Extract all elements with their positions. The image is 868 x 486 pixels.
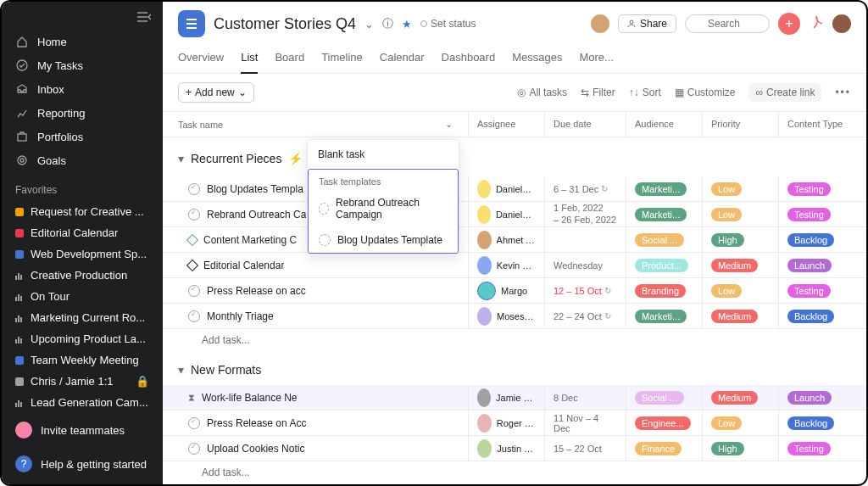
due-date-cell[interactable]: 6 – 31 Dec↻ bbox=[544, 176, 626, 201]
audience-pill[interactable]: Finance bbox=[635, 442, 682, 455]
assignee-avatar[interactable] bbox=[477, 256, 492, 275]
celebration-icon[interactable] bbox=[809, 14, 824, 34]
assignee-avatar[interactable] bbox=[477, 307, 492, 326]
tab-board[interactable]: Board bbox=[275, 46, 304, 73]
all-tasks-filter[interactable]: ◎All tasks bbox=[517, 87, 567, 98]
task-row[interactable]: Press Release on acc Margo 12 – 15 Oct↻ … bbox=[163, 278, 866, 304]
info-icon[interactable]: ⓘ bbox=[382, 16, 393, 31]
content-type-pill[interactable]: Backlog bbox=[787, 310, 834, 323]
col-audience[interactable]: Audience bbox=[626, 112, 702, 137]
favorite-item[interactable]: On Tour bbox=[2, 286, 163, 307]
automation-bolt-icon[interactable]: ⚡ bbox=[288, 152, 303, 165]
task-row[interactable]: Press Release on Acc Roger Ray... 11 Nov… bbox=[163, 411, 866, 436]
priority-pill[interactable]: Medium bbox=[711, 310, 758, 323]
col-task-name[interactable]: Task name⌄ bbox=[163, 112, 468, 137]
tab-timeline[interactable]: Timeline bbox=[321, 46, 363, 73]
favorite-item[interactable]: Editorial Calendar bbox=[2, 222, 163, 243]
tab-list[interactable]: List bbox=[241, 46, 258, 74]
tab-overview[interactable]: Overview bbox=[178, 46, 224, 73]
more-options-icon[interactable]: ••• bbox=[835, 87, 851, 98]
task-row[interactable]: Monthly Triage Moses Fidel 22 – 24 Oct↻ … bbox=[163, 304, 866, 329]
sidebar-collapse-icon[interactable] bbox=[2, 8, 163, 30]
task-row[interactable]: ⧗Work-life Balance Ne Jamie Stap... 8 De… bbox=[163, 385, 866, 411]
create-link-button[interactable]: ∞Create link bbox=[748, 83, 821, 102]
assignee-avatar[interactable] bbox=[477, 180, 491, 198]
sidebar-item-inbox[interactable]: Inbox bbox=[2, 77, 163, 101]
audience-pill[interactable]: Product... bbox=[635, 259, 688, 272]
audience-pill[interactable]: Marketi... bbox=[635, 208, 687, 221]
content-type-pill[interactable]: Launch bbox=[787, 391, 832, 405]
due-date-cell[interactable]: 12 – 15 Oct↻ bbox=[544, 278, 626, 303]
favorite-item[interactable]: Web Development Sp... bbox=[2, 243, 163, 265]
col-due-date[interactable]: Due date bbox=[544, 112, 626, 137]
user-avatar[interactable] bbox=[832, 14, 851, 33]
priority-pill[interactable]: Medium bbox=[711, 391, 758, 405]
due-date-cell[interactable]: Wednesday bbox=[544, 253, 626, 277]
section-name[interactable]: New Formats bbox=[191, 363, 261, 377]
complete-check-icon[interactable] bbox=[188, 285, 200, 297]
favorite-item[interactable]: Team Weekly Meeting bbox=[2, 349, 163, 371]
sidebar-item-home[interactable]: Home bbox=[2, 30, 163, 53]
template-option[interactable]: Rebrand Outreach Campaign bbox=[309, 190, 458, 227]
chevron-down-icon[interactable]: ⌄ bbox=[364, 18, 374, 31]
col-content-type[interactable]: Content Type bbox=[778, 112, 866, 137]
content-type-pill[interactable]: Launch bbox=[787, 259, 832, 272]
help-getting-started[interactable]: ? Help & getting started bbox=[2, 447, 163, 481]
task-row[interactable]: Upload Cookies Notic Justin Dean 15 – 22… bbox=[163, 436, 866, 461]
due-date-cell[interactable]: 1 Feb, 2022– 26 Feb, 2022 bbox=[544, 202, 626, 226]
col-assignee[interactable]: Assignee bbox=[468, 112, 544, 137]
sidebar-item-my-tasks[interactable]: My Tasks bbox=[2, 53, 163, 77]
complete-check-icon[interactable] bbox=[188, 310, 200, 322]
task-row[interactable]: Editorial Calendar Kevin New... Wednesda… bbox=[163, 253, 866, 278]
priority-pill[interactable]: High bbox=[711, 442, 744, 455]
favorite-item[interactable]: Lead Generation Cam... bbox=[2, 392, 163, 413]
audience-pill[interactable]: Enginee... bbox=[635, 416, 691, 430]
favorite-item[interactable]: Creative Production bbox=[2, 265, 163, 286]
assignee-avatar[interactable] bbox=[477, 439, 492, 458]
sidebar-item-goals[interactable]: Goals bbox=[2, 148, 163, 172]
milestone-icon[interactable] bbox=[186, 260, 198, 271]
complete-check-icon[interactable] bbox=[188, 209, 200, 221]
audience-pill[interactable]: Marketi... bbox=[635, 182, 687, 196]
filter-button[interactable]: ⇆Filter bbox=[581, 87, 615, 98]
priority-pill[interactable]: Low bbox=[711, 416, 742, 430]
due-date-cell[interactable]: 8 Dec bbox=[544, 385, 626, 410]
content-type-pill[interactable]: Testing bbox=[787, 442, 831, 455]
priority-pill[interactable]: Low bbox=[711, 182, 742, 196]
section-toggle-icon[interactable]: ▾ bbox=[178, 152, 184, 165]
priority-pill[interactable]: High bbox=[711, 233, 744, 247]
milestone-icon[interactable] bbox=[186, 234, 198, 246]
tab-messages[interactable]: Messages bbox=[512, 46, 562, 73]
set-status-button[interactable]: Set status bbox=[420, 18, 476, 30]
task-row[interactable]: Content Marketing C Ahmet Aslan Social .… bbox=[163, 227, 866, 253]
project-icon[interactable] bbox=[178, 10, 205, 37]
task-row[interactable]: Blog Updates Templa Daniela Var... 6 – 3… bbox=[163, 176, 866, 202]
add-task-button[interactable]: Add task... bbox=[163, 461, 866, 483]
priority-pill[interactable]: Low bbox=[711, 284, 742, 298]
priority-pill[interactable]: Medium bbox=[711, 259, 758, 272]
favorite-item[interactable]: Chris / Jamie 1:1🔒 bbox=[2, 371, 163, 392]
complete-check-icon[interactable] bbox=[188, 417, 200, 429]
favorite-item[interactable]: Upcoming Product La... bbox=[2, 328, 163, 349]
tab-more[interactable]: More... bbox=[579, 46, 613, 73]
search-input[interactable] bbox=[685, 14, 770, 33]
audience-pill[interactable]: Social ... bbox=[635, 233, 684, 247]
assignee-avatar[interactable] bbox=[477, 414, 492, 433]
member-avatar[interactable] bbox=[591, 14, 609, 33]
task-row[interactable]: Rebrand Outreach Ca Daniela Var... 1 Feb… bbox=[163, 202, 866, 227]
content-type-pill[interactable]: Backlog bbox=[787, 416, 834, 430]
audience-pill[interactable]: Branding bbox=[635, 284, 686, 298]
content-type-pill[interactable]: Backlog bbox=[787, 233, 834, 247]
sidebar-item-reporting[interactable]: Reporting bbox=[2, 101, 163, 125]
content-type-pill[interactable]: Testing bbox=[787, 182, 831, 196]
blank-task-option[interactable]: Blank task bbox=[308, 140, 459, 169]
audience-pill[interactable]: Marketi... bbox=[635, 310, 687, 323]
add-new-button[interactable]: + Add new ⌄ bbox=[178, 82, 254, 103]
add-task-button[interactable]: Add task... bbox=[163, 329, 866, 351]
section-toggle-icon[interactable]: ▾ bbox=[178, 363, 184, 377]
favorite-item[interactable]: Marketing Current Ro... bbox=[2, 307, 163, 328]
share-button[interactable]: Share bbox=[618, 14, 676, 33]
due-date-cell[interactable] bbox=[544, 227, 626, 252]
sidebar-item-portfolios[interactable]: Portfolios bbox=[2, 125, 163, 148]
favorite-item[interactable]: Request for Creative ... bbox=[2, 201, 163, 222]
